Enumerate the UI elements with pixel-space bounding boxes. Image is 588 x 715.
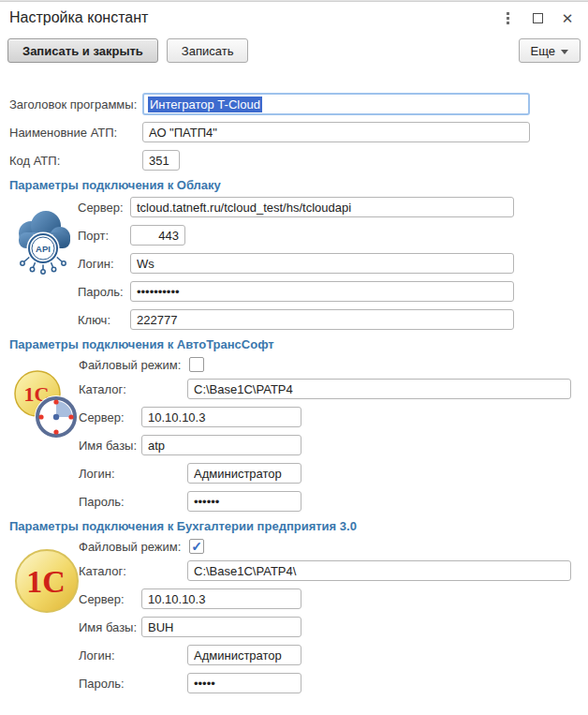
ats-server-label: Сервер: [79,410,141,425]
form-row-buh-login: Логин: [79,645,579,665]
cloud-login-label: Логин: [78,257,130,271]
buh-catalog-input[interactable] [187,560,571,581]
buh-login-label: Логин: [79,648,187,663]
ats-catalog-input[interactable] [187,379,571,399]
close-icon: ✕ [562,11,574,25]
section-buh: 1С Файловый режим: ✓ Каталог: Сервер: Им… [9,538,579,693]
ats-login-input[interactable] [187,463,301,484]
form-row-buh-filemode: Файловый режим: ✓ [79,538,579,555]
maximize-icon [533,13,543,23]
save-and-close-button[interactable]: Записать и закрыть [7,38,158,63]
form-row-cloud-port: Порт: [78,225,579,246]
cloud-port-label: Порт: [78,229,130,243]
window-options-icon[interactable] [496,7,519,28]
atp-name-input[interactable] [142,122,530,142]
ats-login-label: Логин: [79,467,187,481]
form-row-buh-password: Пароль: [79,673,579,693]
buh-filemode-label: Файловый режим: [79,540,189,554]
ats-catalog-label: Каталог: [79,382,187,396]
1c-icon: 1С [13,547,81,615]
section-ats: 1С Файловый режим: Каталог: Сервер: [9,356,579,512]
constants-form: Заголовок программы: Интегратор T-Cloud … [0,73,588,693]
ats-dbname-label: Имя базы: [79,439,141,453]
buh-password-input[interactable] [187,673,301,693]
cloud-server-label: Сервер: [78,201,130,215]
buh-login-input[interactable] [187,645,301,665]
app-title-label: Заголовок программы: [9,97,142,112]
app-title-selected-text: Интегратор T-Cloud [148,97,262,112]
ats-dbname-input[interactable] [141,435,301,455]
ats-filemode-checkbox[interactable] [189,357,204,372]
close-button[interactable]: ✕ [556,7,579,28]
more-button[interactable]: Еще [519,38,581,63]
form-row-buh-dbname: Имя базы: [79,617,579,637]
cloud-login-input[interactable] [130,253,514,274]
cloud-password-label: Пароль: [78,285,130,299]
kebab-dots-icon [507,12,509,24]
ats-password-label: Пароль: [79,495,187,509]
cloud-password-input[interactable] [130,281,514,302]
save-button[interactable]: Записать [167,38,249,63]
form-row-atp-name: Наименовние АТП: [9,122,579,142]
atp-code-label: Код АТП: [9,154,142,168]
window-title: Настройка констант [9,9,148,26]
more-button-label: Еще [531,44,555,58]
maximize-button[interactable] [526,7,549,28]
form-row-buh-server: Сервер: [79,588,579,609]
buh-filemode-check-glyph: ✓ [191,540,202,553]
buh-filemode-checkbox[interactable]: ✓ [189,539,204,554]
buh-password-label: Пароль: [79,677,187,691]
section-title-cloud: Параметры подключения к Облаку [9,178,579,193]
form-row-ats-catalog: Каталог: [79,379,579,399]
cloud-key-input[interactable] [130,309,514,330]
section-cloud: API Сервер: Порт: Логин: Пароль: Ключ: [9,197,579,330]
form-row-cloud-login: Логин: [78,253,579,274]
window-controls: ✕ [496,7,579,28]
atp-code-input[interactable] [142,150,180,171]
cloud-port-input[interactable] [130,225,185,246]
atp-name-label: Наименовние АТП: [9,126,142,140]
form-row-cloud-server: Сервер: [78,197,579,217]
buh-dbname-input[interactable] [141,617,301,637]
form-row-ats-login: Логин: [79,463,579,484]
ats-password-input[interactable] [187,491,301,512]
form-row-atp-code: Код АТП: [9,150,579,171]
form-row-cloud-password: Пароль: [78,281,579,302]
title-bar: Настройка констант ✕ [0,2,588,34]
buh-dbname-label: Имя базы: [79,620,141,634]
section-title-buh: Параметры подключения к Бухгалтерии пред… [9,519,579,534]
cloud-key-label: Ключ: [78,313,130,327]
cloud-api-icon: API [13,208,73,277]
form-row-buh-catalog: Каталог: [79,560,579,581]
ats-server-input[interactable] [141,407,301,427]
cloud-server-input[interactable] [130,197,514,217]
form-row-app-title: Заголовок программы: Интегратор T-Cloud [9,94,579,114]
ats-filemode-label: Файловый режим: [79,358,189,372]
section-title-ats: Параметры подключения к АвтоТрансСофт [9,337,579,352]
form-row-ats-dbname: Имя базы: [79,435,579,455]
1c-logo-text-buh: 1С [26,564,66,599]
form-row-ats-filemode: Файловый режим: [79,356,579,373]
buh-catalog-label: Каталог: [79,564,187,578]
form-row-ats-server: Сервер: [79,407,579,427]
toolbar: Записать и закрыть Записать Еще [0,34,588,73]
buh-server-input[interactable] [141,588,301,609]
1c-clock-icon: 1С [13,369,81,440]
buh-server-label: Сервер: [79,592,141,606]
form-row-ats-password: Пароль: [79,491,579,512]
chevron-down-icon [561,50,568,54]
app-title-input[interactable]: Интегратор T-Cloud [142,93,530,115]
api-icon-text: API [36,244,51,254]
form-row-cloud-key: Ключ: [78,309,579,330]
